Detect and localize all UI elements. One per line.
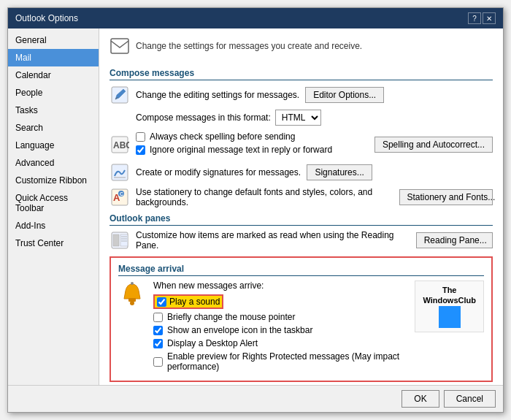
title-bar-buttons: ? ✕ — [468, 12, 496, 24]
bell-icon — [118, 280, 146, 308]
play-sound-checkbox[interactable] — [157, 297, 166, 307]
play-sound-highlight: Play a sound — [153, 294, 223, 309]
title-bar: Outlook Options ? ✕ — [8, 8, 503, 28]
sidebar-item-add-ins[interactable]: Add-Ins — [8, 217, 99, 234]
envelope-icon-row: Show an envelope icon in the taskbar — [153, 325, 407, 335]
desktop-alert-label: Display a Desktop Alert — [167, 338, 258, 348]
edit-settings-label: Change the editing settings for messages… — [136, 90, 299, 100]
sidebar: General Mail Calendar People Tasks Searc… — [8, 28, 99, 385]
spelling-section-row: ABC Always check spelling before sending… — [110, 131, 493, 158]
mouse-pointer-checkbox[interactable] — [153, 313, 163, 322]
svg-rect-0 — [111, 39, 128, 53]
signature-icon — [110, 162, 130, 183]
rights-protected-label: Enable preview for Rights Protected mess… — [167, 351, 407, 372]
edit-settings-row: Change the editing settings for messages… — [110, 85, 493, 105]
ignore-checkbox-row: Ignore original message text in reply or… — [136, 145, 369, 155]
signatures-button[interactable]: Signatures... — [307, 164, 372, 180]
watermark-text: The WindowsClub — [423, 285, 476, 306]
when-label: When new messages arrive: — [153, 280, 407, 291]
sidebar-item-calendar[interactable]: Calendar — [8, 66, 99, 84]
ignore-checkbox[interactable] — [136, 145, 145, 155]
stationery-row: A C Use stationery to change default fon… — [110, 187, 493, 207]
desktop-alert-checkbox[interactable] — [153, 339, 163, 348]
abc-icon: ABC — [110, 134, 130, 155]
mouse-pointer-label: Briefly change the mouse pointer — [167, 312, 295, 322]
rights-protected-row: Enable preview for Rights Protected mess… — [153, 351, 407, 372]
arrival-content: When new messages arrive: Play a sound B… — [118, 280, 484, 375]
svg-text:C: C — [120, 191, 123, 196]
outlook-options-dialog: Outlook Options ? ✕ General Mail Calenda… — [7, 7, 504, 413]
format-label: Compose messages in this format: — [136, 112, 271, 123]
reading-pane-icon — [110, 230, 130, 251]
signatures-label: Create or modify signatures for messages… — [136, 167, 301, 177]
signatures-row: Create or modify signatures for messages… — [110, 162, 493, 183]
svg-rect-20 — [131, 282, 134, 285]
sidebar-item-people[interactable]: People — [8, 84, 99, 102]
sidebar-item-customize-ribbon[interactable]: Customize Ribbon — [8, 172, 99, 189]
svg-rect-14 — [120, 234, 128, 246]
close-button[interactable]: ✕ — [483, 12, 496, 24]
editor-options-button[interactable]: Editor Options... — [305, 87, 384, 103]
description-row: Change the settings for messages you cre… — [110, 36, 493, 62]
main-content: Change the settings for messages you cre… — [99, 28, 503, 385]
spelling-autocorrect-button[interactable]: Spelling and Autocorrect... — [374, 137, 493, 153]
reading-pane-row: Customize how items are marked as read w… — [110, 230, 493, 251]
compose-section-header: Compose messages — [110, 68, 493, 80]
message-arrival-section: Message arrival When new messages arrive… — [110, 256, 493, 382]
sidebar-item-mail[interactable]: Mail — [8, 49, 99, 66]
spelling-label: Always check spelling before sending — [150, 131, 295, 142]
ignore-label: Ignore original message text in reply or… — [150, 145, 332, 155]
mouse-pointer-row: Briefly change the mouse pointer — [153, 312, 407, 322]
ok-button[interactable]: OK — [402, 390, 439, 408]
reading-pane-button[interactable]: Reading Pane... — [416, 232, 493, 248]
spelling-checkbox[interactable] — [136, 132, 145, 142]
format-select[interactable]: HTML — [275, 110, 321, 126]
play-sound-row: Play a sound — [153, 294, 407, 309]
arrival-options: When new messages arrive: Play a sound B… — [153, 280, 407, 375]
format-row: Compose messages in this format: HTML — [136, 110, 493, 126]
envelope-icon-label: Show an envelope icon in the taskbar — [167, 325, 312, 335]
sidebar-item-trust-center[interactable]: Trust Center — [8, 234, 99, 252]
watermark: The WindowsClub — [415, 280, 484, 332]
reading-pane-label: Customize how items are marked as read w… — [136, 230, 410, 251]
description-text: Change the settings for messages you cre… — [136, 41, 362, 51]
dialog-body: General Mail Calendar People Tasks Searc… — [8, 28, 503, 385]
sidebar-item-general[interactable]: General — [8, 31, 99, 49]
cancel-button[interactable]: Cancel — [444, 390, 496, 408]
mail-icon — [110, 36, 130, 56]
sidebar-item-quick-access[interactable]: Quick Access Toolbar — [8, 189, 99, 217]
dialog-footer: OK Cancel — [8, 385, 503, 412]
stationery-fonts-button[interactable]: Stationery and Fonts... — [399, 189, 493, 205]
desktop-alert-row: Display a Desktop Alert — [153, 338, 407, 348]
stationery-icon: A C — [110, 187, 130, 207]
sidebar-item-tasks[interactable]: Tasks — [8, 102, 99, 119]
svg-text:ABC: ABC — [113, 140, 129, 150]
sidebar-item-search[interactable]: Search — [8, 119, 99, 137]
spelling-checkbox-row: Always check spelling before sending — [136, 131, 369, 142]
dialog-title: Outlook Options — [15, 13, 78, 23]
play-sound-label: Play a sound — [169, 297, 220, 307]
rights-protected-checkbox[interactable] — [153, 357, 163, 367]
stationery-label: Use stationery to change default fonts a… — [136, 187, 393, 207]
help-button[interactable]: ? — [468, 12, 481, 24]
envelope-icon-checkbox[interactable] — [153, 326, 163, 335]
watermark-blue-square — [439, 306, 461, 328]
pencil-icon — [110, 85, 130, 105]
sidebar-item-advanced[interactable]: Advanced — [8, 154, 99, 172]
svg-rect-13 — [113, 234, 119, 246]
message-arrival-header: Message arrival — [118, 264, 484, 276]
sidebar-item-language[interactable]: Language — [8, 137, 99, 154]
panes-section-header: Outlook panes — [110, 213, 493, 226]
svg-point-19 — [130, 301, 134, 305]
